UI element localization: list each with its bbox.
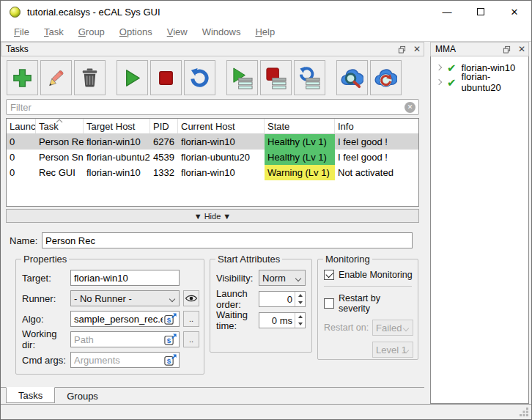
add-task-button[interactable] [7, 60, 38, 95]
cmd-args-input[interactable] [70, 352, 180, 368]
menu-windows[interactable]: Windows [195, 24, 248, 40]
menu-view[interactable]: View [160, 24, 195, 40]
menu-options[interactable]: Options [112, 24, 160, 40]
tab-groups[interactable]: Groups [55, 388, 110, 404]
spin-down-icon[interactable] [295, 299, 305, 306]
col-target-host[interactable]: Target Host [84, 119, 150, 133]
edit-task-button[interactable] [40, 60, 72, 95]
host-tree: ✔ florian-win10 ✔ florian-ubuntu20 [430, 56, 529, 404]
app-window: tutorial.ecalsys - eCAL Sys GUI — ✕ File… [0, 0, 532, 420]
tab-tasks[interactable]: Tasks [6, 387, 55, 403]
col-info[interactable]: Info [335, 119, 418, 133]
restart-level-select: Level 1 [372, 342, 413, 358]
monitoring-group: Monitoring Enable Monitoring Restart by … [317, 259, 418, 360]
tasks-panel-title: Tasks [6, 44, 398, 54]
visibility-label: Visibility: [216, 273, 259, 284]
menu-bar: File Task Group Options View Windows Hel… [1, 23, 531, 41]
waiting-time-stepper[interactable]: 0 ms [259, 312, 306, 328]
stop-icon [155, 67, 177, 89]
show-runner-button[interactable] [183, 290, 199, 306]
col-launch[interactable]: Launc [7, 119, 36, 133]
close-panel-icon[interactable]: ✕ [518, 45, 525, 54]
algo-input[interactable] [70, 311, 180, 327]
task-name-input[interactable] [42, 232, 413, 248]
start-attributes-group: Start Attributes Visibility: Norm Launch… [210, 259, 312, 353]
find-tasks-button[interactable] [336, 60, 368, 95]
update-from-cloud-button[interactable] [370, 60, 402, 95]
minimize-button[interactable]: — [430, 1, 464, 23]
restart-list-icon [298, 67, 321, 89]
spin-down-icon[interactable] [295, 320, 305, 328]
col-pid[interactable]: PID [150, 119, 178, 133]
spin-up-icon[interactable] [295, 292, 305, 299]
start-tasks-button[interactable] [117, 60, 148, 95]
stop-selected-tasks-button[interactable] [260, 60, 292, 95]
bottom-tab-bar: Tasks Groups [1, 387, 424, 404]
restart-selected-tasks-button[interactable] [294, 60, 325, 95]
menu-file[interactable]: File [7, 24, 37, 40]
table-row[interactable]: 0 Rec GUI florian-win10 1332 florian-win… [7, 165, 418, 180]
enable-monitoring-checkbox[interactable]: Enable Monitoring [324, 270, 413, 280]
chevron-right-icon[interactable] [436, 79, 442, 85]
start-selected-tasks-button[interactable] [226, 60, 258, 95]
delete-task-button[interactable] [74, 60, 106, 95]
filter-input[interactable] [6, 99, 419, 115]
tree-item-host[interactable]: ✔ florian-ubuntu20 [431, 75, 528, 89]
table-row[interactable]: 0 Person Rec florian-win10 6276 florian-… [7, 134, 418, 150]
launch-order-label: Launch order: [216, 288, 259, 310]
hide-editor-button[interactable]: ▼ Hide ▼ [6, 209, 419, 223]
name-label: Name: [10, 235, 42, 246]
chevron-down-icon [403, 325, 409, 331]
mma-panel-title: MMA [435, 44, 503, 54]
col-state[interactable]: State [265, 119, 335, 133]
env-variable-icon[interactable]: $ [164, 353, 177, 366]
mma-panel-header: MMA ✕ [430, 42, 529, 56]
menu-task[interactable]: Task [37, 24, 71, 40]
status-badge: Warning (Lv 1) [265, 165, 335, 180]
chevron-down-icon [295, 276, 301, 281]
menu-group[interactable]: Group [71, 24, 112, 40]
browse-algo-button[interactable]: .. [183, 311, 199, 327]
svg-text:$: $ [167, 336, 171, 345]
launch-order-stepper[interactable]: 0 [259, 291, 306, 307]
algo-label: Algo: [22, 314, 70, 325]
env-variable-icon[interactable]: $ [164, 333, 177, 346]
cloud-refresh-icon [374, 67, 397, 89]
target-label: Target: [22, 273, 70, 284]
restart-icon [188, 67, 211, 89]
checkbox-checked-icon [324, 270, 334, 280]
float-panel-icon[interactable] [503, 45, 511, 54]
clear-filter-icon[interactable]: ✕ [404, 102, 415, 113]
menu-help[interactable]: Help [248, 24, 282, 40]
dock-splitter[interactable] [424, 42, 430, 404]
svg-text:$: $ [167, 357, 171, 365]
maximize-icon [477, 8, 484, 15]
close-button[interactable]: ✕ [498, 1, 531, 23]
restart-by-severity-checkbox[interactable]: Restart by severity [324, 293, 413, 314]
stop-list-icon [265, 67, 287, 89]
col-current-host[interactable]: Current Host [178, 119, 265, 133]
resize-grip-icon[interactable] [520, 408, 529, 417]
target-input[interactable] [70, 270, 180, 286]
plus-icon [11, 67, 34, 89]
float-panel-icon[interactable] [398, 45, 406, 54]
close-panel-icon[interactable]: ✕ [413, 45, 421, 54]
spin-up-icon[interactable] [295, 313, 305, 320]
table-row[interactable]: 0 Person Snd florian-ubuntu20 4539 flori… [7, 150, 418, 165]
chevron-right-icon[interactable] [436, 65, 442, 70]
restart-tasks-button[interactable] [184, 60, 215, 95]
stop-tasks-button[interactable] [150, 60, 182, 95]
task-table: Launc Task Target Host PID Current Host … [6, 118, 419, 207]
maximize-button[interactable] [464, 1, 498, 23]
col-task[interactable]: Task [36, 119, 84, 133]
waiting-time-label: Waiting time: [216, 309, 259, 331]
working-dir-input[interactable] [70, 331, 180, 347]
status-bar [1, 405, 531, 419]
status-badge: Healthy (Lv 1) [265, 150, 335, 165]
browse-working-dir-button[interactable]: .. [183, 331, 199, 347]
visibility-select[interactable]: Norm [259, 270, 306, 286]
runner-select[interactable]: - No Runner - [70, 290, 180, 306]
working-dir-label: Working dir: [22, 328, 70, 350]
pencil-icon [45, 67, 67, 89]
env-variable-icon[interactable]: $ [164, 312, 177, 325]
